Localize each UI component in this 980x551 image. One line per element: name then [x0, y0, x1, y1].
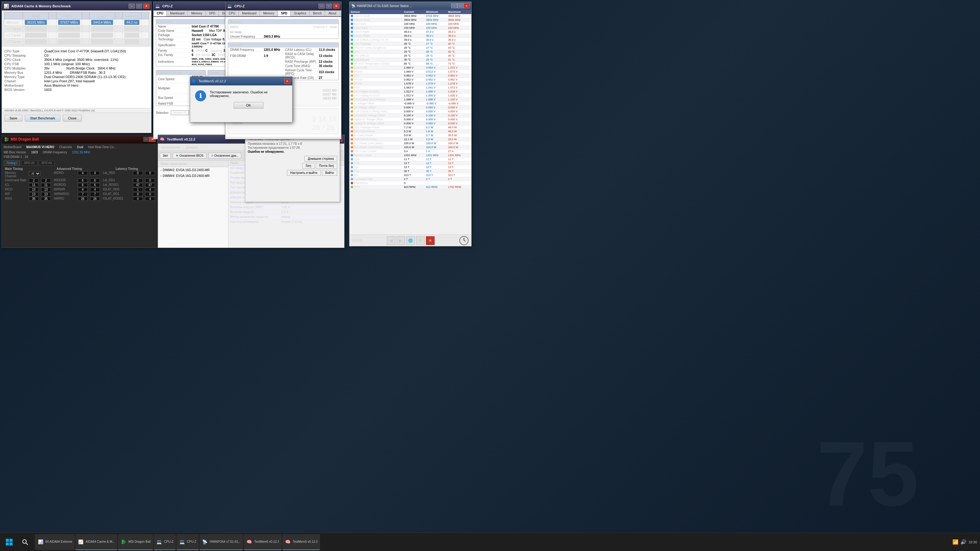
cpuz2-maximize-btn[interactable]: □ — [326, 4, 332, 9]
cpu-ext-family: 6 — [192, 53, 194, 57]
taskbar-item-aida64-bench[interactable]: 📈 AIDA64 Cache & M... — [75, 534, 117, 550]
spd2-btn[interactable]: SPD #2 — [21, 160, 37, 166]
tWRWR-val2[interactable] — [90, 187, 100, 192]
cpuz2-tab-spd[interactable]: SPD — [278, 10, 291, 16]
tray-network-icon[interactable]: 📶 — [953, 539, 959, 545]
tWRWR-input[interactable] — [78, 187, 88, 192]
taskbar-item-cpuz1[interactable]: 💻 CPU-Z — [154, 534, 176, 550]
tab-spd[interactable]: SPD — [206, 10, 219, 16]
hwinfo-nav-left[interactable]: ◀ — [387, 236, 395, 245]
tRDRDD-input[interactable] — [78, 183, 88, 187]
dimm4-item[interactable]: ▪ DIMM#4: EVGA 16G-D3-2400-MR — [158, 173, 228, 179]
hwinfo-gear-icon[interactable]: ⚙ — [416, 236, 425, 245]
tRDRDD-val2[interactable] — [90, 183, 100, 187]
tRDRD-input[interactable] — [78, 171, 88, 175]
drivers-update-btn[interactable]: ⟳ Оновлення дра... — [208, 153, 242, 159]
hwinfo-settings-icon[interactable]: 🌐 — [406, 236, 415, 245]
benchmark-button[interactable]: Start Benchmark — [25, 115, 60, 122]
taskbar-item-testmem1[interactable]: 🧠 TestMem5 v0.12.2 — [244, 534, 282, 550]
tWRRD-val2[interactable] — [90, 197, 100, 201]
tras-val: 35 clocks — [319, 64, 332, 68]
msi-minimize-btn[interactable]: ─ — [143, 137, 150, 142]
cr-val2[interactable] — [41, 178, 51, 183]
home-btn[interactable]: Домашня сторінка — [304, 156, 337, 162]
IOLATRD1-input[interactable] — [133, 192, 143, 196]
tRAS-val2[interactable] — [41, 197, 51, 201]
tCL-val2[interactable] — [41, 183, 51, 187]
taskbar-item-testmem2[interactable]: 🧠 TestMem5 v0.12.2 — [282, 534, 320, 550]
cpuz2-minimize-btn[interactable]: ─ — [318, 4, 325, 9]
IOLATRD0D1-input[interactable] — [133, 197, 143, 201]
LatRD0-input[interactable] — [133, 171, 143, 175]
hwinfo-minimize-btn[interactable]: ─ — [451, 3, 457, 8]
menu-help[interactable]: Довідка — [185, 145, 200, 150]
LatRD0D1-input[interactable] — [133, 183, 143, 187]
testmem-ok-button[interactable]: OK — [234, 102, 264, 109]
cpuz2-tab-bench[interactable]: Bench — [310, 10, 325, 16]
taskbar-item-cpuz2[interactable]: 💻 CPU-Z — [177, 534, 199, 550]
search-button[interactable] — [19, 536, 31, 548]
cpuz2-tab-memory[interactable]: Memory — [260, 10, 277, 16]
tWRWRDD-input[interactable] — [78, 192, 88, 196]
tCL-input[interactable] — [29, 183, 38, 187]
testmem-dialog-close-btn[interactable]: ✕ — [284, 79, 290, 84]
taskbar-item-hwinfo[interactable]: 📡 HWiNFO64 v7.51-51... — [199, 534, 243, 550]
cpuz2-tab-cpu[interactable]: CPU — [225, 10, 239, 16]
cpuz2-close-btn[interactable]: ✕ — [333, 4, 339, 9]
start-button[interactable] — [0, 533, 18, 551]
tRCD-val2[interactable] — [41, 187, 51, 192]
taskbar-item-aida64[interactable]: 📊 64 AIDA64 Extreme — [35, 534, 75, 550]
IOLATRD0D1-val2[interactable] — [145, 197, 155, 201]
LatRD0-val2[interactable] — [145, 171, 155, 175]
dimm2-item[interactable]: ▪ DIMM#2: EVGA 16G-D3-2400-MR — [158, 167, 228, 173]
tRDDDR-val2[interactable] — [90, 178, 100, 183]
aida-minimize-btn[interactable]: ─ — [129, 4, 135, 9]
cpuz2-tab-mainboard[interactable]: Mainboard — [239, 10, 260, 16]
mem-channel-select[interactable]: All — [29, 171, 40, 176]
socket-selection[interactable]: Socket #1 — [171, 111, 189, 115]
setup-btn[interactable]: Настроить и выйти — [287, 170, 321, 176]
tWRRD-input[interactable] — [78, 197, 88, 201]
close-button[interactable]: Close — [63, 115, 82, 122]
exit-btn[interactable]: Вийти — [322, 170, 337, 176]
taskbar-items: 📊 64 AIDA64 Extreme 📈 AIDA64 Cache & M..… — [32, 534, 950, 550]
cr-input[interactable] — [29, 178, 38, 183]
zvit-btn[interactable]: Звіт — [160, 153, 171, 159]
menu-instruments[interactable]: Інструменти — [160, 145, 181, 150]
tWRWRDD-val2[interactable] — [90, 192, 100, 196]
taskbar-item-msi[interactable]: 🐉 MSI Dragon Ball — [118, 534, 153, 550]
hwinfo-close-btn[interactable]: ✕ — [463, 3, 469, 8]
aida-close-btn[interactable]: ✕ — [143, 4, 150, 9]
tab-cpu[interactable]: CPU — [153, 10, 167, 16]
cpu-fsb-row: CPU FSB 100.1 MHz (original: 100 MHz) — [4, 62, 149, 66]
cpuz2-tab-about[interactable]: About — [325, 10, 340, 16]
hwinfo-window: 📡 HWiNFO64 v7.51-5165 Sensor Status ... … — [349, 2, 472, 246]
tRP-input[interactable] — [29, 192, 38, 196]
IOLATRD0-input[interactable] — [133, 187, 143, 192]
tRAS-input[interactable] — [29, 197, 38, 201]
serj-btn[interactable]: Serj — [302, 163, 315, 169]
mail-btn[interactable]: Почта Serj — [316, 163, 337, 169]
IOLATRD0-val2[interactable] — [145, 187, 155, 192]
LatRD0D1-val2[interactable] — [145, 183, 155, 187]
bios-update-btn[interactable]: ▼ Оновлення BIOS — [173, 153, 206, 159]
hwinfo-maximize-btn[interactable]: □ — [457, 3, 463, 8]
hwinfo-nav-right[interactable]: ▶ — [396, 236, 405, 245]
IOLATRD1-val2[interactable] — [145, 192, 155, 196]
tab-memory[interactable]: Memory — [188, 10, 205, 16]
watermark: 75 — [816, 421, 919, 527]
tRDRD-val2[interactable] — [90, 171, 100, 175]
aida-maximize-btn[interactable]: □ — [136, 4, 142, 9]
cpuz2-tab-graphics[interactable]: Graphics — [291, 10, 310, 16]
tab-mainboard[interactable]: Mainboard — [167, 10, 188, 16]
hwinfo-close-x-btn[interactable]: ✕ — [426, 236, 434, 245]
tRDDDR-input[interactable] — [78, 178, 88, 183]
tRCD-input[interactable] — [29, 187, 38, 192]
LatRD1-input[interactable] — [133, 178, 143, 183]
mem-copy-val: 34414 MB/s — [91, 20, 113, 25]
tRP-val2[interactable] — [41, 192, 51, 196]
spd4-btn[interactable]: SPD #4 — [38, 160, 54, 166]
LatRD1-val2[interactable] — [145, 178, 155, 183]
save-button[interactable]: Save — [4, 115, 22, 122]
tray-volume-icon[interactable]: 🔊 — [960, 539, 967, 545]
